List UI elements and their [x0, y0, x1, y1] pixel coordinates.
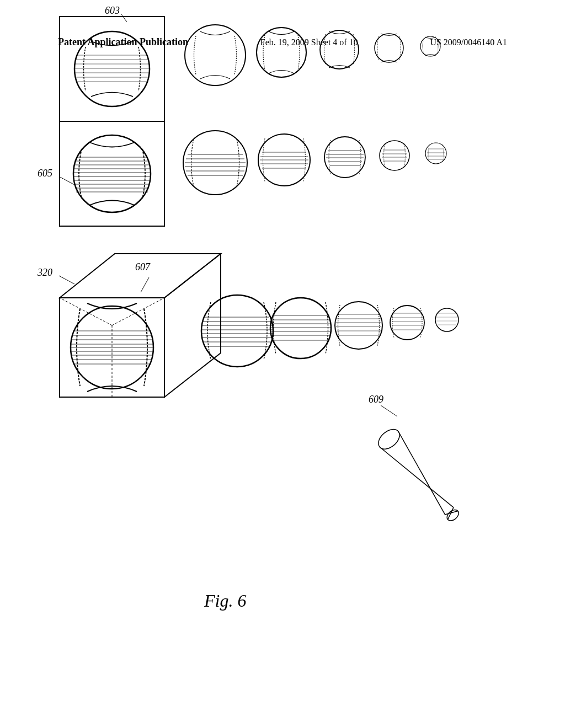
svg-point-96 — [335, 302, 382, 349]
svg-text:607: 607 — [135, 261, 151, 272]
patent-drawing: 603 — [0, 0, 565, 640]
svg-point-49 — [380, 141, 409, 170]
svg-point-11 — [185, 25, 246, 85]
svg-rect-16 — [60, 121, 164, 226]
svg-text:605: 605 — [38, 168, 52, 179]
svg-text:609: 609 — [369, 394, 383, 405]
svg-point-116 — [375, 426, 403, 453]
svg-line-18 — [59, 176, 74, 185]
svg-point-119 — [445, 507, 461, 523]
svg-point-13 — [320, 30, 359, 69]
svg-point-14 — [375, 34, 403, 62]
svg-line-117 — [380, 436, 454, 519]
svg-line-120 — [444, 507, 457, 520]
svg-line-60 — [59, 276, 74, 284]
svg-line-2 — [121, 14, 127, 22]
svg-text:320: 320 — [37, 267, 52, 278]
svg-line-64 — [112, 298, 164, 325]
svg-line-66 — [60, 298, 112, 325]
svg-point-43 — [324, 137, 365, 178]
svg-point-3 — [74, 31, 150, 106]
svg-point-103 — [390, 306, 424, 340]
svg-point-88 — [270, 298, 331, 358]
svg-rect-0 — [60, 17, 164, 121]
svg-point-109 — [435, 308, 459, 331]
fig-caption: Fig. 6 — [204, 591, 246, 611]
svg-line-68 — [141, 277, 149, 292]
svg-line-115 — [381, 405, 397, 416]
svg-point-12 — [257, 28, 306, 77]
svg-text:603: 603 — [105, 5, 120, 16]
svg-point-54 — [425, 143, 446, 164]
svg-point-79 — [201, 295, 273, 367]
svg-marker-62 — [60, 254, 221, 298]
